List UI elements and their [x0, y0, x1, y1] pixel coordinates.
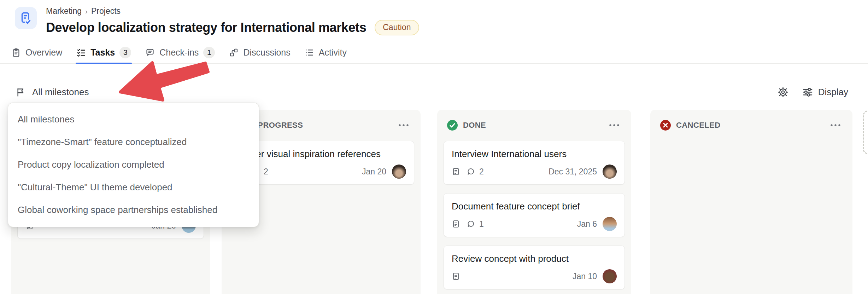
tab-count-badge: 3: [119, 47, 131, 58]
milestone-option-timezone-smart-feature-conceptualized[interactable]: "Timezone-Smart" feature conceptualized: [8, 131, 259, 153]
project-icon: [15, 7, 37, 29]
avatar: [603, 165, 617, 179]
kanban-column-canceled: CANCELED: [650, 110, 852, 294]
breadcrumb-separator: ›: [85, 7, 88, 16]
gear-icon: [777, 86, 789, 98]
due-date: Jan 20: [362, 167, 386, 177]
card-title: Interview International users: [452, 148, 617, 160]
milestone-option-cultural-theme-ui-theme-developed[interactable]: "Cultural-Theme" UI theme developed: [8, 176, 259, 198]
settings-button[interactable]: [777, 86, 789, 98]
tab-label: Check-ins: [159, 47, 199, 58]
comment-count: 2: [264, 167, 268, 177]
clipboard-icon: [11, 48, 21, 57]
column-menu-button[interactable]: [828, 122, 843, 128]
add-column-placeholder[interactable]: [863, 110, 868, 154]
workflow-icon: [229, 48, 239, 57]
page-title: Develop localization strategy for Intern…: [46, 20, 366, 35]
due-date: Dec 31, 2025: [549, 167, 597, 177]
milestone-filter-button[interactable]: All milestones: [16, 80, 89, 104]
comment-icon: [467, 220, 475, 228]
card-title: Review concept with product: [452, 253, 617, 265]
milestone-filter-label: All milestones: [32, 87, 89, 98]
flag-icon: [16, 87, 26, 97]
display-button[interactable]: Display: [802, 87, 848, 98]
milestone-option-global-coworking-space-partnerships-established[interactable]: Global coworking space partnerships esta…: [8, 198, 259, 221]
status-badge[interactable]: Caution: [375, 20, 419, 35]
tab-activity[interactable]: Activity: [305, 41, 347, 63]
milestones-dropdown: All milestones"Timezone-Smart" feature c…: [8, 103, 259, 227]
activity-icon: [305, 48, 314, 57]
tab-count-badge: 1: [203, 47, 215, 58]
milestone-option-all-milestones[interactable]: All milestones: [8, 108, 259, 131]
board-toolbar: All milestones Display: [0, 80, 868, 104]
breadcrumb-item-projects[interactable]: Projects: [91, 6, 121, 16]
tab-label: Discussions: [243, 47, 290, 58]
task-card-document-feature-concept-brief[interactable]: Document feature concept brief1Jan 6: [444, 193, 625, 237]
column-header: DONE: [437, 110, 631, 141]
tab-label: Overview: [25, 47, 62, 58]
due-date: Jan 6: [577, 219, 597, 229]
avatar: [603, 217, 617, 231]
tab-bar: OverviewTasks3Check-ins1DiscussionsActiv…: [0, 41, 868, 64]
doc-icon: [452, 167, 460, 176]
column-header: CANCELED: [650, 110, 852, 141]
done-status-icon: [447, 120, 458, 131]
sliders-icon: [802, 87, 813, 98]
document-check-icon: [18, 11, 33, 25]
tab-label: Activity: [319, 47, 347, 58]
avatar: [392, 165, 406, 179]
doc-icon: [452, 220, 460, 228]
breadcrumb-item-marketing[interactable]: Marketing: [46, 6, 82, 16]
tab-check-ins[interactable]: Check-ins1: [145, 41, 215, 63]
card-title: Document feature concept brief: [452, 201, 617, 212]
column-title: CANCELED: [676, 121, 720, 130]
tab-discussions[interactable]: Discussions: [229, 41, 290, 63]
tab-label: Tasks: [90, 47, 115, 58]
doc-icon: [452, 272, 460, 281]
column-menu-button[interactable]: [607, 122, 621, 128]
display-label: Display: [818, 87, 848, 98]
kanban-column-done: DONEInterview International users2Dec 31…: [437, 110, 631, 294]
card-title: Gather visual inspiration references: [236, 148, 406, 160]
tab-overview[interactable]: Overview: [11, 41, 62, 63]
comment-count: 1: [479, 219, 484, 229]
due-date: Jan 10: [573, 272, 597, 281]
tab-tasks[interactable]: Tasks3: [76, 41, 131, 63]
column-title: DONE: [463, 121, 486, 130]
comment-count: 2: [479, 167, 484, 177]
task-card-review-concept-with-product[interactable]: Review concept with productJan 10: [444, 246, 625, 289]
breadcrumb: Marketing › Projects: [46, 6, 419, 16]
comment-icon: [467, 167, 475, 176]
canceled-status-icon: [660, 120, 671, 131]
comment-icon: [145, 48, 155, 57]
avatar: [603, 269, 617, 283]
column-menu-button[interactable]: [397, 122, 411, 128]
task-card-interview-international-users[interactable]: Interview International users2Dec 31, 20…: [444, 141, 625, 185]
checklist-icon: [76, 48, 86, 57]
milestone-option-product-copy-localization-completed[interactable]: Product copy localization completed: [8, 153, 259, 176]
